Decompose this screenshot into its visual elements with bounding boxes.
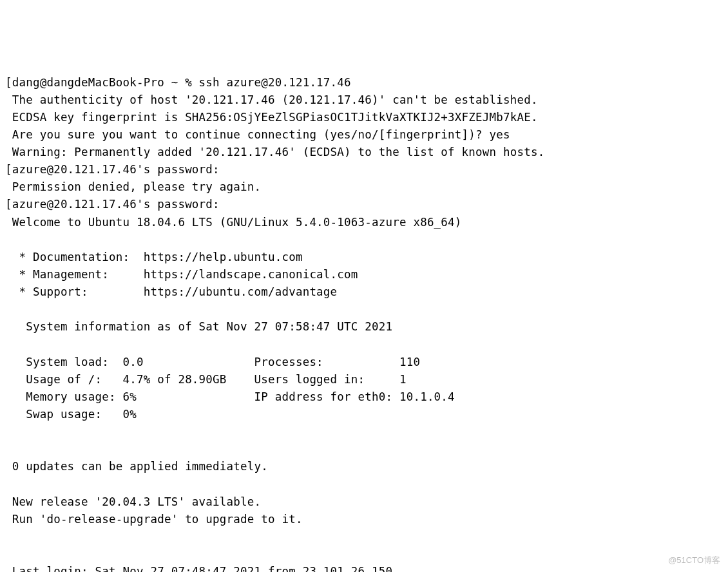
terminal-line: * Support: https://ubuntu.com/advantage [5, 285, 337, 298]
terminal-line: The authenticity of host '20.121.17.46 (… [5, 93, 538, 106]
terminal-line: * Management: https://landscape.canonica… [5, 268, 358, 281]
terminal-output[interactable]: [dang@dangdeMacBook-Pro ~ % ssh azure@20… [5, 74, 723, 573]
terminal-line: Run 'do-release-upgrade' to upgrade to i… [5, 513, 303, 526]
terminal-line: System load: 0.0 Processes: 110 [5, 356, 420, 368]
terminal-line: ECDSA key fingerprint is SHA256:OSjYEeZl… [5, 111, 538, 124]
terminal-line: Permission denied, please try again. [5, 180, 261, 193]
terminal-line: New release '20.04.3 LTS' available. [5, 495, 261, 508]
watermark: @51CTO博客 [668, 554, 720, 567]
terminal-line: Memory usage: 6% IP address for eth0: 10… [5, 390, 455, 403]
terminal-line: [azure@20.121.17.46's password: [5, 198, 220, 211]
terminal-line: * Documentation: https://help.ubuntu.com [5, 251, 303, 263]
terminal-line: Usage of /: 4.7% of 28.90GB Users logged… [5, 373, 407, 386]
terminal-line: Warning: Permanently added '20.121.17.46… [5, 146, 544, 158]
terminal-line: [dang@dangdeMacBook-Pro ~ % ssh azure@20… [5, 76, 351, 89]
terminal-line: Are you sure you want to continue connec… [5, 128, 510, 141]
terminal-line: Swap usage: 0% [5, 408, 137, 421]
terminal-line: Welcome to Ubuntu 18.04.6 LTS (GNU/Linux… [5, 216, 462, 229]
terminal-line: Last login: Sat Nov 27 07:48:47 2021 fro… [5, 565, 392, 572]
terminal-line: [azure@20.121.17.46's password: [5, 163, 220, 176]
terminal-line: System information as of Sat Nov 27 07:5… [5, 320, 392, 333]
terminal-line: 0 updates can be applied immediately. [5, 460, 268, 473]
